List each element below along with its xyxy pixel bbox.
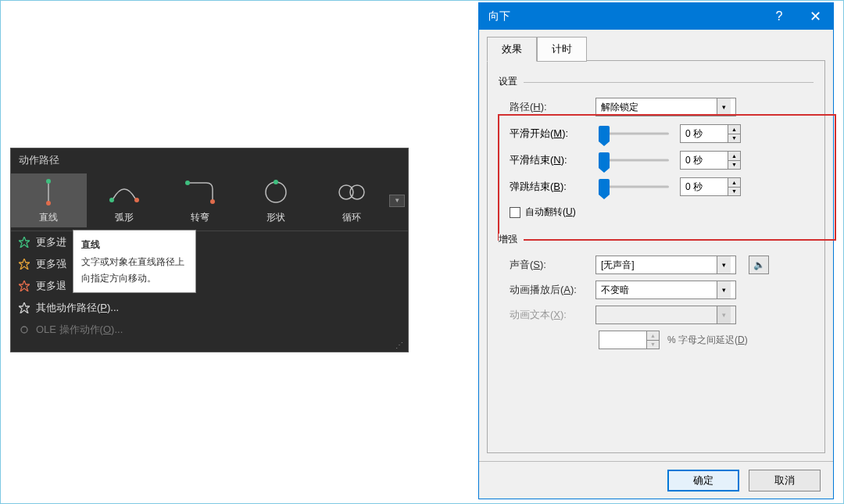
spinner-bounce-end[interactable]: 0 秒 ▲▼ xyxy=(680,177,741,196)
dropdown-path[interactable]: 解除锁定 ▾ xyxy=(595,98,736,116)
tooltip-title: 直线 xyxy=(81,237,188,252)
row-smooth-start: 平滑开始(M): 0 秒 ▲▼ xyxy=(510,124,814,143)
svg-point-8 xyxy=(274,180,278,184)
spinner-down-icon[interactable]: ▼ xyxy=(728,188,740,196)
svg-marker-14 xyxy=(19,302,30,313)
list-item[interactable]: 更多进 xyxy=(11,231,408,253)
checkbox-auto-reverse[interactable] xyxy=(510,207,520,218)
speaker-icon: 🔈 xyxy=(753,259,765,270)
dialog-titlebar: 向下 ? ✕ xyxy=(479,3,833,30)
dropdown-animate-text: ▾ xyxy=(595,306,736,324)
row-bounce-end: 弹跳结束(B): 0 秒 ▲▼ xyxy=(510,177,814,196)
motion-path-list: 更多进 更多强 更多退 其他动作路径(P)... OLE 操作动作(O)... xyxy=(11,231,408,341)
tab-strip: 效果 计时 xyxy=(487,36,825,61)
spinner-down-icon[interactable]: ▼ xyxy=(728,161,740,170)
label-smooth-end: 平滑结束(N): xyxy=(510,153,588,167)
dropdown-value: [无声音] xyxy=(601,259,635,272)
svg-point-15 xyxy=(21,327,27,333)
chevron-down-icon: ▾ xyxy=(717,256,731,273)
spinner-smooth-start[interactable]: 0 秒 ▲▼ xyxy=(680,124,741,143)
slider-bounce-end[interactable] xyxy=(599,179,669,195)
effect-options-dialog: 向下 ? ✕ 效果 计时 设置 路径(H): 解除锁定 ▾ 平滑开始(M): xyxy=(478,2,834,499)
list-item-other-paths[interactable]: 其他动作路径(P)... xyxy=(11,297,408,319)
label-bounce-end: 弹跳结束(B): xyxy=(510,180,588,194)
chevron-down-icon: ▾ xyxy=(717,98,731,116)
tab-pane: 设置 路径(H): 解除锁定 ▾ 平滑开始(M): 0 秒 ▲▼ xyxy=(487,60,825,453)
list-label: 其他动作路径(P)... xyxy=(36,301,119,315)
spinner-up-icon[interactable]: ▲ xyxy=(728,178,740,188)
label-animate-text: 动画文本(X): xyxy=(510,308,588,322)
gallery-more-button[interactable]: ▼ xyxy=(389,195,405,207)
row-auto-reverse: 自动翻转(U) xyxy=(510,206,814,219)
row-after-animation: 动画播放后(A): 不变暗 ▾ xyxy=(510,281,814,299)
dropdown-sound[interactable]: [无声音] ▾ xyxy=(595,256,736,274)
svg-point-2 xyxy=(46,201,51,206)
sound-volume-button[interactable]: 🔈 xyxy=(749,256,769,274)
path-item-loop[interactable]: 循环 xyxy=(313,173,389,227)
path-item-turn[interactable]: 转弯 xyxy=(163,173,238,227)
svg-point-9 xyxy=(339,185,353,199)
svg-point-7 xyxy=(266,182,286,202)
chevron-down-icon: ▾ xyxy=(717,281,731,298)
path-label: 形状 xyxy=(238,211,314,224)
gear-icon xyxy=(19,324,30,335)
svg-marker-12 xyxy=(19,259,30,270)
row-letter-delay: ▲▼ % 字母之间延迟(D) xyxy=(599,331,814,349)
dialog-footer: 确定 取消 xyxy=(479,461,833,499)
group-settings: 设置 xyxy=(499,75,814,88)
list-item-ole-action: OLE 操作动作(O)... xyxy=(11,319,408,341)
chevron-down-icon: ▾ xyxy=(717,306,731,323)
path-item-arc[interactable]: 弧形 xyxy=(87,173,163,227)
svg-point-6 xyxy=(210,199,215,204)
svg-point-5 xyxy=(185,181,190,185)
group-enhance: 增强 xyxy=(499,233,814,246)
dialog-body: 效果 计时 设置 路径(H): 解除锁定 ▾ 平滑开始(M): 0 秒 xyxy=(479,30,833,461)
ok-button[interactable]: 确定 xyxy=(667,470,739,491)
list-label: OLE 操作动作(O)... xyxy=(36,323,123,337)
loop-icon xyxy=(333,178,370,206)
list-label: 更多退 xyxy=(36,279,66,293)
arc-icon xyxy=(106,178,143,206)
star-icon xyxy=(19,281,30,291)
svg-marker-13 xyxy=(19,281,30,291)
star-icon xyxy=(19,302,30,313)
list-item[interactable]: 更多强 xyxy=(11,253,408,275)
path-label: 转弯 xyxy=(163,211,238,224)
dropdown-after-animation[interactable]: 不变暗 ▾ xyxy=(595,281,736,299)
cancel-button[interactable]: 取消 xyxy=(749,470,821,491)
dialog-title: 向下 xyxy=(488,9,510,23)
svg-point-4 xyxy=(134,198,139,202)
tab-timing[interactable]: 计时 xyxy=(537,37,587,62)
row-sound: 声音(S): [无声音] ▾ 🔈 xyxy=(510,256,814,274)
list-label: 更多强 xyxy=(36,257,66,271)
svg-point-0 xyxy=(46,179,51,184)
star-icon xyxy=(19,259,30,270)
close-button[interactable]: ✕ xyxy=(797,3,833,30)
panel-resize-grip[interactable]: ⋰ xyxy=(11,341,408,352)
spinner-up-icon[interactable]: ▲ xyxy=(728,152,740,161)
label-path: 路径(H): xyxy=(510,100,588,114)
slider-smooth-start[interactable] xyxy=(599,126,669,141)
panel-title: 动作路径 xyxy=(11,148,408,172)
slider-smooth-end[interactable] xyxy=(599,152,669,168)
tab-effect[interactable]: 效果 xyxy=(487,37,537,62)
list-label: 更多进 xyxy=(36,235,66,249)
label-letter-delay: % 字母之间延迟(D) xyxy=(667,334,748,347)
dropdown-value: 不变暗 xyxy=(601,284,629,297)
label-auto-reverse: 自动翻转(U) xyxy=(525,206,576,219)
shape-icon xyxy=(257,178,295,206)
path-item-line[interactable]: 直线 xyxy=(11,173,87,227)
label-after-animation: 动画播放后(A): xyxy=(510,283,588,297)
spinner-up-icon: ▲ xyxy=(647,331,659,341)
turn-icon xyxy=(181,178,219,206)
label-sound: 声音(S): xyxy=(510,258,588,272)
spinner-down-icon[interactable]: ▼ xyxy=(728,134,740,143)
path-item-shape[interactable]: 形状 xyxy=(238,173,314,227)
spinner-smooth-end[interactable]: 0 秒 ▲▼ xyxy=(680,151,741,170)
spinner-down-icon: ▼ xyxy=(647,341,659,349)
list-item[interactable]: 更多退 xyxy=(11,275,408,297)
help-button[interactable]: ? xyxy=(761,3,797,30)
spinner-up-icon[interactable]: ▲ xyxy=(728,125,740,134)
row-path: 路径(H): 解除锁定 ▾ xyxy=(510,98,814,116)
motion-path-panel: 动作路径 直线 弧形 转弯 形状 xyxy=(10,148,409,352)
